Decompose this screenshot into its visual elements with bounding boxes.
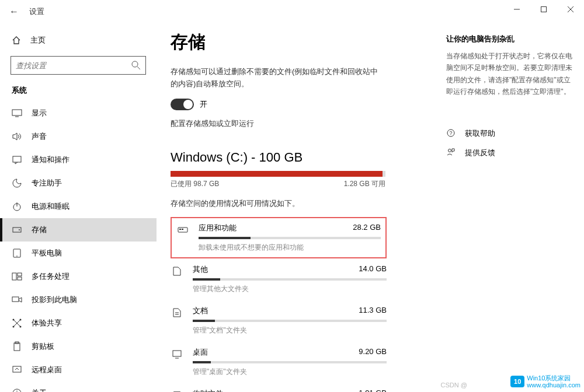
window-title: 设置 [29, 6, 44, 17]
sidebar-item-label: 远程桌面 [32, 365, 62, 375]
shared-icon [12, 318, 22, 328]
get-help-link[interactable]: ? 获取帮助 [446, 128, 575, 139]
sidebar-item-remote[interactable]: 远程桌面 [0, 358, 157, 382]
temp-icon [171, 388, 183, 392]
sidebar-item-display[interactable]: 显示 [0, 102, 157, 125]
category-bar [193, 278, 387, 281]
multitask-icon [12, 271, 22, 282]
sidebar-item-power[interactable]: 电源和睡眠 [0, 195, 157, 218]
section-label: 系统 [0, 85, 157, 102]
sidebar-item-notifications[interactable]: 通知和操作 [0, 148, 157, 172]
feedback-link[interactable]: 提供反馈 [446, 148, 575, 159]
storage-category[interactable]: 文档11.3 GB管理"文档"文件夹 [171, 300, 387, 341]
search-input[interactable] [11, 56, 146, 75]
sidebar-item-storage[interactable]: 存储 [0, 218, 157, 242]
help-label: 获取帮助 [465, 128, 495, 139]
storage-sense-toggle[interactable] [171, 99, 194, 110]
sidebar-item-focus[interactable]: 专注助手 [0, 172, 157, 195]
category-bar [193, 320, 387, 322]
category-name: 其他 [193, 264, 208, 275]
title-bar: ← 设置 [0, 0, 584, 23]
page-title: 存储 [171, 30, 404, 54]
search-field[interactable] [16, 61, 131, 70]
help-icon: ? [446, 128, 457, 139]
svg-point-4 [132, 61, 138, 67]
sidebar: 主页 系统 显示 声音 通知和操作 专注助手 电源和睡眠 存储 [0, 23, 157, 392]
home-icon [12, 36, 21, 45]
sidebar-item-shared[interactable]: 体验共享 [0, 312, 157, 335]
window-controls [503, 0, 584, 19]
category-size: 1.91 GB [359, 388, 387, 392]
about-icon [12, 388, 22, 392]
back-button[interactable]: ← [9, 6, 19, 17]
storage-category[interactable]: 应用和功能28.2 GB卸载未使用或不想要的应用和功能 [171, 217, 387, 258]
svg-point-24 [20, 326, 22, 328]
svg-point-42 [449, 149, 451, 152]
sidebar-item-label: 声音 [32, 131, 47, 142]
sidebar-item-tablet[interactable]: 平板电脑 [0, 242, 157, 265]
project-icon [12, 295, 22, 305]
usage-desc: 存储空间的使用情况和可用情况如下。 [171, 198, 404, 209]
category-name: 桌面 [193, 347, 208, 358]
category-sub: 管理其他大文件夹 [193, 284, 387, 294]
storage-icon [12, 225, 22, 235]
sidebar-item-sound[interactable]: 声音 [0, 125, 157, 148]
svg-rect-32 [179, 229, 181, 230]
category-sub: 管理"文档"文件夹 [193, 326, 387, 335]
sidebar-item-label: 电源和睡眠 [32, 201, 69, 212]
sidebar-item-label: 多任务处理 [32, 271, 69, 282]
storage-category[interactable]: 桌面9.20 GB管理"桌面"文件夹 [171, 341, 387, 383]
configure-link[interactable]: 配置存储感知或立即运行 [171, 118, 404, 129]
svg-rect-1 [541, 7, 547, 12]
watermark-badge: 10 [510, 376, 524, 387]
minimize-button[interactable] [503, 0, 530, 19]
sidebar-item-label: 剪贴板 [32, 341, 54, 352]
sidebar-item-project[interactable]: 投影到此电脑 [0, 288, 157, 312]
aside-heading: 让你的电脑告别杂乱 [446, 34, 575, 44]
sidebar-item-multitask[interactable]: 多任务处理 [0, 265, 157, 288]
svg-rect-8 [13, 156, 21, 162]
svg-rect-17 [18, 277, 22, 280]
category-sub: 卸载未使用或不想要的应用和功能 [199, 243, 381, 253]
remote-icon [12, 365, 22, 375]
sound-icon [12, 131, 22, 142]
svg-rect-15 [12, 273, 16, 280]
sidebar-item-clipboard[interactable]: 剪贴板 [0, 335, 157, 358]
category-name: 临时文件 [193, 388, 223, 392]
sidebar-item-label: 显示 [32, 108, 47, 118]
sidebar-item-label: 通知和操作 [32, 155, 69, 165]
category-size: 28.2 GB [353, 223, 381, 233]
home-label: 主页 [30, 35, 46, 46]
svg-rect-25 [14, 343, 20, 351]
notifications-icon [12, 155, 22, 165]
toggle-state: 开 [200, 99, 207, 110]
sidebar-item-label: 投影到此电脑 [32, 295, 77, 305]
svg-point-30 [16, 391, 18, 392]
search-icon [131, 61, 141, 70]
storage-category[interactable]: 临时文件1.91 GB选择要删除的临时文件 [171, 383, 387, 392]
svg-rect-6 [12, 110, 22, 116]
category-size: 9.20 GB [359, 347, 387, 358]
clipboard-icon [12, 341, 22, 352]
tablet-icon [12, 248, 22, 258]
feedback-label: 提供反馈 [465, 148, 495, 158]
sidebar-item-about[interactable]: 关于 [0, 382, 157, 392]
storage-category[interactable]: 其他14.0 GB管理其他大文件夹 [171, 258, 387, 300]
sidebar-item-label: 平板电脑 [32, 248, 62, 258]
svg-rect-33 [182, 229, 183, 230]
csdn-watermark: CSDN @ [441, 382, 467, 388]
category-name: 文档 [193, 306, 208, 316]
used-label: 已使用 98.7 GB [171, 179, 219, 189]
sidebar-item-label: 体验共享 [32, 318, 62, 328]
maximize-button[interactable] [530, 0, 557, 19]
desktop-icon [171, 347, 183, 377]
apps-icon [176, 223, 189, 253]
documents-icon [171, 306, 183, 335]
home-nav[interactable]: 主页 [0, 30, 157, 50]
main-panel: 存储 存储感知可以通过删除不需要的文件(例如临时文件和回收站中的内容)自动释放空… [171, 30, 404, 392]
category-size: 11.3 GB [359, 306, 387, 316]
close-button[interactable] [557, 0, 584, 19]
aside-panel: 让你的电脑告别杂乱 当存储感知处于打开状态时，它将仅在电脑空间不足时释放空间。若… [446, 30, 575, 392]
other-icon [171, 264, 183, 294]
svg-rect-16 [18, 273, 22, 276]
